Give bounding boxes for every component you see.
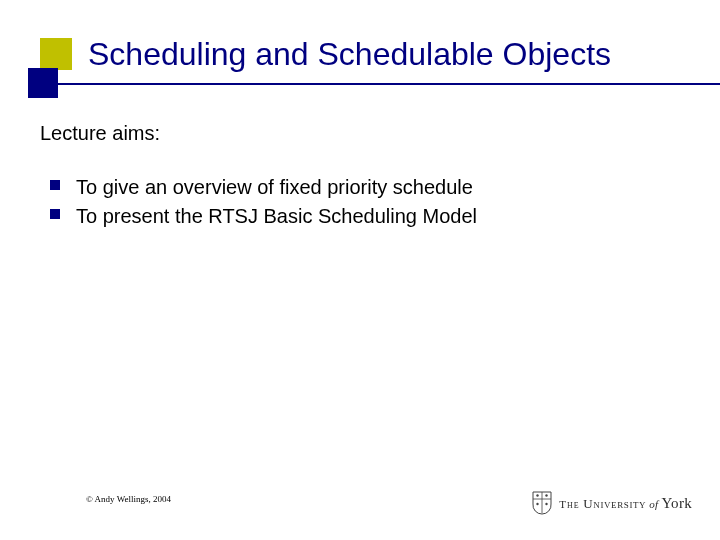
logo-text: The University of York bbox=[559, 495, 692, 512]
svg-point-4 bbox=[536, 503, 538, 505]
university-logo: The University of York bbox=[531, 490, 692, 516]
slide-body: Lecture aims: To give an overview of fix… bbox=[40, 122, 680, 231]
list-item: To give an overview of fixed priority sc… bbox=[46, 173, 680, 202]
logo-word-york: York bbox=[661, 495, 692, 511]
accent-square-olive bbox=[40, 38, 72, 70]
logo-word-university: University bbox=[583, 496, 646, 511]
logo-word-of: of bbox=[646, 498, 661, 510]
svg-point-5 bbox=[545, 503, 547, 505]
crest-icon bbox=[531, 490, 553, 516]
copyright-text: © Andy Wellings, 2004 bbox=[86, 494, 171, 504]
accent-square-navy bbox=[28, 68, 58, 98]
list-item: To present the RTSJ Basic Scheduling Mod… bbox=[46, 202, 680, 231]
logo-word-the: The bbox=[559, 498, 583, 510]
slide-title: Scheduling and Schedulable Objects bbox=[88, 36, 611, 73]
title-underline bbox=[40, 83, 720, 85]
lead-text: Lecture aims: bbox=[40, 122, 680, 145]
svg-point-3 bbox=[545, 494, 547, 496]
bullet-list: To give an overview of fixed priority sc… bbox=[40, 173, 680, 231]
title-bar: Scheduling and Schedulable Objects bbox=[0, 22, 720, 82]
svg-point-2 bbox=[536, 494, 538, 496]
